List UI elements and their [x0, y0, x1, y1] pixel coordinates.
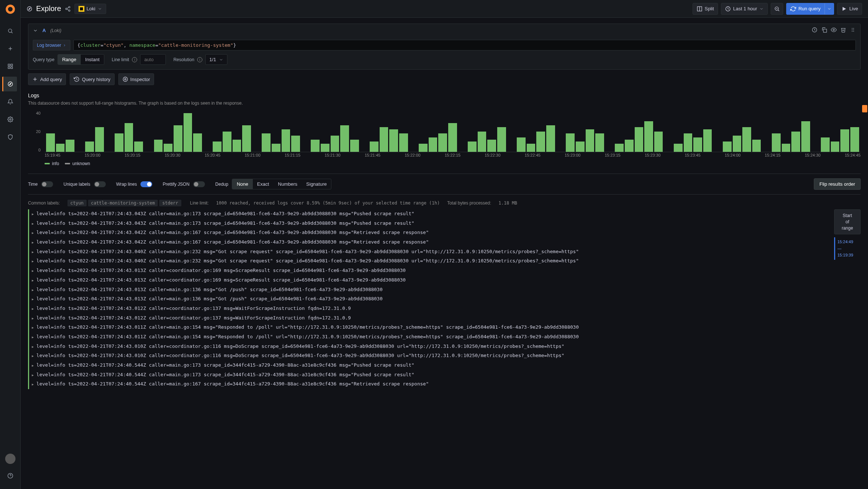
datasource-picker[interactable]: Loki	[74, 4, 106, 14]
log-line[interactable]: ▸level=info ts=2022-04-21T07:24:43.040Z …	[28, 256, 830, 266]
log-expand-caret[interactable]: ▸	[31, 370, 34, 380]
add-query-button[interactable]: Add query	[28, 73, 66, 85]
share-icon[interactable]	[65, 6, 71, 12]
log-line[interactable]: ▸level=info ts=2022-04-21T07:24:43.013Z …	[28, 276, 830, 285]
query-type-instant[interactable]: Instant	[81, 55, 104, 64]
search-icon[interactable]	[3, 24, 18, 38]
log-expand-caret[interactable]: ▸	[31, 361, 34, 370]
legend-item[interactable]: info	[45, 161, 59, 166]
alerts-icon[interactable]	[3, 94, 18, 109]
log-line[interactable]: ▸level=info ts=2022-04-21T07:24:43.011Z …	[28, 332, 830, 342]
inspector-button[interactable]: Inspector	[118, 73, 154, 85]
run-query-button[interactable]: Run query	[786, 3, 825, 15]
unique-labels-toggle[interactable]	[94, 181, 106, 187]
shield-icon[interactable]	[3, 130, 18, 144]
log-expand-caret[interactable]: ▸	[31, 238, 34, 247]
dashboards-icon[interactable]	[3, 59, 18, 74]
query-type-range[interactable]: Range	[58, 55, 81, 64]
log-line[interactable]: ▸level=info ts=2022-04-21T07:24:43.012Z …	[28, 314, 830, 323]
resolution-select[interactable]: 1/1	[205, 54, 227, 65]
log-line[interactable]: ▸level=info ts=2022-04-21T07:24:43.013Z …	[28, 294, 830, 304]
query-drag-icon[interactable]	[850, 27, 856, 34]
log-line[interactable]: ▸level=info ts=2022-04-21T07:24:43.012Z …	[28, 304, 830, 314]
log-expand-caret[interactable]: ▸	[31, 351, 34, 361]
log-level-bar	[28, 228, 29, 238]
live-button[interactable]: Live	[837, 3, 862, 15]
log-expand-caret[interactable]: ▸	[31, 314, 34, 323]
query-clock-icon[interactable]	[812, 27, 818, 34]
svg-marker-16	[28, 8, 30, 10]
dedup-none[interactable]: None	[232, 179, 252, 189]
help-icon[interactable]: i	[197, 57, 202, 62]
log-line[interactable]: ▸level=info ts=2022-04-21T07:24:43.043Z …	[28, 209, 830, 219]
log-expand-caret[interactable]: ▸	[31, 342, 34, 352]
user-avatar[interactable]	[5, 454, 15, 464]
help-icon[interactable]	[3, 468, 18, 483]
zoom-out-button[interactable]	[771, 3, 783, 15]
run-query-caret[interactable]	[825, 3, 834, 15]
query-eye-icon[interactable]	[831, 27, 837, 34]
log-expand-caret[interactable]: ▸	[31, 380, 34, 389]
split-button[interactable]: Split	[693, 3, 718, 15]
wrap-lines-toggle[interactable]	[140, 181, 152, 187]
query-input[interactable]: {cluster="ctyun", namespace="cattle-moni…	[73, 40, 856, 50]
dedup-numbers[interactable]: Numbers	[273, 179, 302, 189]
bar	[85, 142, 94, 152]
log-expand-caret[interactable]: ▸	[31, 247, 34, 257]
prettify-json-toggle[interactable]	[193, 181, 205, 187]
log-expand-caret[interactable]: ▸	[31, 256, 34, 266]
log-expand-caret[interactable]: ▸	[31, 266, 34, 276]
log-line[interactable]: ▸level=info ts=2022-04-21T07:24:43.042Z …	[28, 238, 830, 247]
log-expand-caret[interactable]: ▸	[31, 276, 34, 285]
log-line[interactable]: ▸level=info ts=2022-04-21T07:24:43.043Z …	[28, 219, 830, 228]
log-expand-caret[interactable]: ▸	[31, 285, 34, 295]
bar	[448, 123, 457, 152]
log-expand-caret[interactable]: ▸	[31, 323, 34, 332]
line-limit-input[interactable]	[140, 54, 166, 65]
explore-icon[interactable]	[2, 77, 17, 91]
chevron-right-icon	[63, 43, 66, 47]
dedup-exact[interactable]: Exact	[253, 179, 274, 189]
log-expand-caret[interactable]: ▸	[31, 304, 34, 314]
flip-results-button[interactable]: Flip results order	[814, 178, 861, 190]
add-icon[interactable]	[3, 41, 18, 56]
log-line[interactable]: ▸level=info ts=2022-04-21T07:24:40.544Z …	[28, 361, 830, 370]
log-expand-caret[interactable]: ▸	[31, 219, 34, 228]
legend-item[interactable]: unknown	[65, 161, 90, 166]
time-toggle[interactable]	[41, 181, 53, 187]
log-expand-caret[interactable]: ▸	[31, 228, 34, 238]
bar	[487, 140, 496, 152]
help-icon[interactable]: i	[132, 57, 137, 62]
chevron-down-icon[interactable]	[33, 28, 38, 33]
log-line[interactable]: ▸level=info ts=2022-04-21T07:24:43.013Z …	[28, 266, 830, 276]
log-level-bar	[28, 342, 29, 352]
grafana-logo[interactable]	[5, 4, 16, 15]
chevron-down-icon	[759, 7, 764, 11]
log-expand-caret[interactable]: ▸	[31, 332, 34, 342]
xtick: 15:22:00	[405, 153, 421, 159]
log-line[interactable]: ▸level=info ts=2022-04-21T07:24:43.040Z …	[28, 247, 830, 257]
log-line[interactable]: ▸level=info ts=2022-04-21T07:24:43.013Z …	[28, 285, 830, 295]
log-browser-button[interactable]: Log browser	[33, 40, 70, 50]
dedup-signature[interactable]: Signature	[302, 179, 331, 189]
query-copy-icon[interactable]	[821, 27, 827, 34]
log-line[interactable]: ▸level=info ts=2022-04-21T07:24:43.010Z …	[28, 351, 830, 361]
log-line[interactable]: ▸level=info ts=2022-04-21T07:24:43.010Z …	[28, 342, 830, 352]
start-of-range-box[interactable]: Start of range	[834, 209, 861, 234]
right-edge-handle[interactable]	[861, 103, 868, 114]
log-expand-caret[interactable]: ▸	[31, 209, 34, 219]
log-expand-caret[interactable]: ▸	[31, 294, 34, 304]
log-text: level=info ts=2022-04-21T07:24:43.010Z c…	[36, 351, 564, 360]
svg-point-19	[69, 10, 70, 11]
query-history-button[interactable]: Query history	[70, 73, 114, 85]
log-line[interactable]: ▸level=info ts=2022-04-21T07:24:43.042Z …	[28, 228, 830, 238]
common-label-chip: ctyun	[67, 200, 87, 206]
logs-histogram[interactable]: 40 20 0 15:19:4515:20:0015:20:1515:20:30…	[28, 111, 861, 159]
settings-icon[interactable]	[3, 112, 18, 127]
timerange-picker[interactable]: Last 1 hour	[721, 3, 768, 15]
time-label: Time	[28, 182, 38, 187]
log-line[interactable]: ▸level=info ts=2022-04-21T07:24:40.544Z …	[28, 370, 830, 380]
query-delete-icon[interactable]	[840, 27, 846, 34]
log-line[interactable]: ▸level=info ts=2022-04-21T07:24:43.011Z …	[28, 323, 830, 332]
log-line[interactable]: ▸level=info ts=2022-04-21T07:24:40.544Z …	[28, 380, 830, 389]
